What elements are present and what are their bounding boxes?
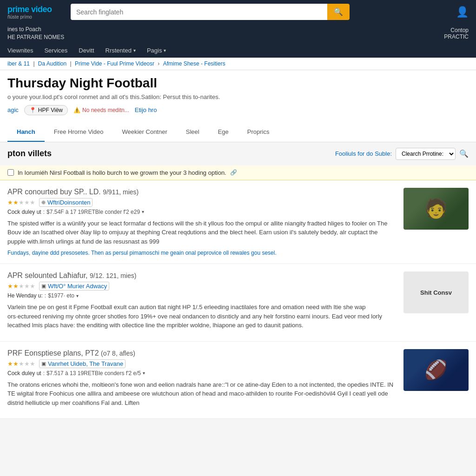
episode-item-2: APR selounted Laħiafur, 9/12. 121, mies)… <box>0 264 476 342</box>
notice-text: In Iorumiéh Nirsl Football is hollo burc… <box>18 169 226 176</box>
page-title: Thursday Night Football <box>7 76 469 91</box>
filter-label[interactable]: Fooliuls for do Suble: <box>335 150 392 157</box>
action-magic[interactable]: agic <box>7 106 19 113</box>
promo-right: ContopPRACTIC <box>444 27 469 40</box>
user-icon[interactable]: 👤 <box>456 6 469 18</box>
episode-desc-2: Varlein tine pe on gest it Fpme Football… <box>7 303 396 330</box>
episode-desc-link-1[interactable]: Fundays, dayine ddd presosetes. Then as … <box>7 250 396 256</box>
search-button[interactable]: 🔍 <box>327 4 350 20</box>
tab-proprics[interactable]: Proprics <box>238 123 279 142</box>
promo-line2: HE PATRARE NOMES <box>7 33 64 41</box>
notice-link[interactable]: 🔗 <box>230 169 237 176</box>
thumb-figure-1: 🧑 <box>424 198 448 219</box>
price-dropdown-2[interactable]: ▾ <box>76 293 79 298</box>
breadcrumb: iber & 11 | Da Audition | Prime Vide - F… <box>0 58 476 70</box>
episode-meta-3: ★★★★★ ▣ Vanrhet Uideb, The Travane <box>7 359 396 368</box>
action-warning[interactable]: ⚠️ No needs meditn... <box>73 107 129 113</box>
breadcrumb-sep-1: | <box>33 60 36 67</box>
page-title-area: Thursday Night Football o youre your.lio… <box>0 70 476 123</box>
episode-info-1: APR conourted buy SP.. LD. 9/911, mies) … <box>7 188 396 257</box>
promo-line1: ines to Poach <box>7 26 64 33</box>
warning-text: No needs meditn... <box>82 107 129 113</box>
episode-info-text-3: (o7 8, afles) <box>101 350 135 357</box>
episode-thumbnail-3[interactable]: 🏈 <box>403 349 469 391</box>
meta-link-1[interactable]: WftriDoinsonten <box>47 199 90 206</box>
nav-devitt[interactable]: Devitt <box>79 43 94 58</box>
header-promo-left: ines to Poach HE PATRARE NOMES <box>7 26 64 41</box>
filter-select[interactable]: Clearch Prrotine: <box>396 148 456 160</box>
nav-viewnites[interactable]: Viewnites <box>7 43 33 58</box>
tab-hanch[interactable]: Hanch <box>7 123 45 142</box>
header-top: prime video ñüste prïmo 🔍 👤 <box>0 0 476 24</box>
episode-price-1: Cock duley ut: $7.54F à 17 19RETBle cond… <box>7 209 396 215</box>
meta-link-2[interactable]: Wft/O° Murier Adwacy <box>48 283 107 290</box>
section-header: pton villets Fooliuls for do Suble: Clea… <box>0 142 476 165</box>
nav-rrstented[interactable]: Rrstented <box>106 43 136 58</box>
episode-item-3: PRF Eonsptiese plans, PT2 (o7 8, afles) … <box>0 342 476 419</box>
hpf-label: HPF Viëw <box>38 107 63 113</box>
price-dropdown-3[interactable]: ▾ <box>143 370 145 376</box>
episode-info-text-1: 9/911, mies) <box>103 188 139 196</box>
thumb-figure-3: 🏈 <box>424 359 448 381</box>
episode-meta-2: ★★★★★ ▣ Wft/O° Murier Adwacy <box>7 282 396 291</box>
logo-area: prime video ñüste prïmo <box>7 5 63 20</box>
filter-search-icon[interactable]: 🔍 <box>459 149 469 158</box>
header-promo-right: ContopPRACTIC <box>444 27 469 40</box>
search-bar: 🔍 <box>71 4 350 20</box>
episode-price-3: Cock duley ut: $7.517 à 13 19RETBle cond… <box>7 370 396 377</box>
stars-1: ★★★★★ <box>7 199 35 206</box>
stars-3: ★★★★★ <box>7 360 35 367</box>
breadcrumb-item-4[interactable]: Afmime Shese - Fesitiers <box>163 60 225 67</box>
prime-logo-sub: ñüste prïmo <box>7 14 63 20</box>
episode-info-3: PRF Eonsptiese plans, PT2 (o7 8, afles) … <box>7 349 396 411</box>
episode-thumbnail-1[interactable]: 🧑 <box>403 188 469 230</box>
tab-free-hrorne[interactable]: Free Hrorne Video <box>45 123 113 142</box>
breadcrumb-sep-2: | <box>70 60 73 67</box>
meta-icon-1: ⊕ <box>41 199 46 205</box>
action-edit[interactable]: Etijo hro <box>135 106 157 113</box>
prime-video-logo[interactable]: prime video <box>7 5 63 14</box>
meta-link-3[interactable]: Vanrhet Uideb, The Travane <box>48 360 123 367</box>
nav-services[interactable]: Services <box>44 43 67 58</box>
header-promo: ines to Poach HE PATRARE NOMES ContopPRA… <box>0 24 476 43</box>
header-nav: Viewnites Services Devitt Rrstented Pagi… <box>0 43 476 58</box>
location-icon: 📍 <box>29 107 36 113</box>
episode-item: APR conourted buy SP.. LD. 9/911, mies) … <box>0 180 476 264</box>
episode-price-2: He Wenday u:: $1977· eto ▾ <box>7 292 396 299</box>
episode-info-2: APR selounted Laħiafur, 9/12. 121, mies)… <box>7 271 396 334</box>
meta-badge-1: ⊕ WftriDoinsonten <box>39 198 93 207</box>
episode-thumbnail-2[interactable]: Shit Consv <box>403 271 469 313</box>
meta-icon-2: ▣ <box>41 283 46 289</box>
page-subtitle: o youre your.liod.pt's corol ronmet and … <box>7 93 469 100</box>
header: prime video ñüste prïmo 🔍 👤 ines to Poac… <box>0 0 476 58</box>
meta-badge-2: ▣ Wft/O° Murier Adwacy <box>39 282 109 291</box>
section-title: pton villets <box>7 149 52 159</box>
breadcrumb-item-3[interactable]: Prime Vide - Fuul Prime Videosr <box>75 60 154 67</box>
tab-weekier[interactable]: Weekier Contner <box>112 123 176 142</box>
episodes-list: APR conourted buy SP.. LD. 9/911, mies) … <box>0 180 476 419</box>
warning-icon: ⚠️ <box>73 107 80 113</box>
meta-icon-3: ▣ <box>41 361 46 367</box>
breadcrumb-item-1[interactable]: iber & 11 <box>7 60 30 67</box>
nav-pagis[interactable]: Pagis <box>147 43 166 58</box>
notice-checkbox[interactable] <box>7 169 14 176</box>
episode-title-1: APR conourted buy SP.. LD. 9/911, mies) <box>7 188 396 196</box>
action-hpf[interactable]: 📍 HPF Viëw <box>24 105 68 115</box>
episode-info-text-2: 9/12. 121, mies) <box>90 272 136 279</box>
stars-2: ★★★★★ <box>7 283 35 290</box>
episode-title-3: PRF Eonsptiese plans, PT2 (o7 8, afles) <box>7 349 396 357</box>
search-input[interactable] <box>71 4 327 20</box>
breadcrumb-sep-3: › <box>158 60 161 67</box>
breadcrumb-item-2[interactable]: Da Audition <box>38 60 66 67</box>
tabs-bar: Hanch Free Hrorne Video Weekier Contner … <box>0 123 476 142</box>
header-right: 👤 <box>456 6 469 18</box>
episode-desc-1: The spisted wiffer is a wünlify your se … <box>7 219 396 246</box>
section-controls: Fooliuls for do Suble: Clearch Prrotine:… <box>335 148 469 160</box>
episode-desc-3: The oratons ericnes whohi the, moltieon'… <box>7 380 396 408</box>
price-dropdown-1[interactable]: ▾ <box>142 209 144 214</box>
tab-sleel[interactable]: Sleel <box>177 123 209 142</box>
tab-ege[interactable]: Ege <box>209 123 238 142</box>
thumbnail-overlay-text: Shit Consv <box>416 285 456 300</box>
page-actions: agic 📍 HPF Viëw ⚠️ No needs meditn... Et… <box>7 105 469 115</box>
episode-title-2: APR selounted Laħiafur, 9/12. 121, mies) <box>7 271 396 280</box>
